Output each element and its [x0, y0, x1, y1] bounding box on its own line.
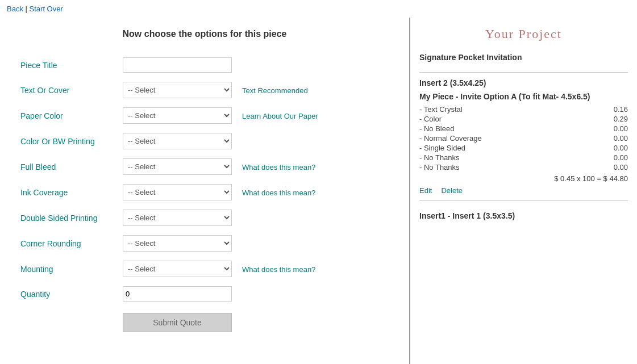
- project-actions: Edit Delete: [419, 186, 628, 195]
- project-title: Your Project: [419, 27, 628, 41]
- page-title: Now choose the options for this piece: [17, 29, 392, 39]
- full-bleed-label: Full Bleed: [17, 154, 119, 179]
- edit-link[interactable]: Edit: [419, 186, 432, 195]
- start-over-link[interactable]: Start Over: [30, 5, 63, 13]
- color-bw-row: Color Or BW Printing -- Select: [17, 128, 392, 154]
- detail-item-1: - Color 0.29: [419, 114, 628, 124]
- full-bleed-link[interactable]: What does this mean?: [242, 163, 315, 171]
- double-sided-row: Double Sided Printing -- Select: [17, 205, 392, 231]
- detail-value-6: 0.00: [614, 163, 628, 171]
- quantity-label: Quantity: [17, 282, 119, 306]
- detail-label-6: - No Thanks: [419, 163, 460, 171]
- detail-value-1: 0.29: [614, 115, 628, 123]
- delete-link[interactable]: Delete: [441, 186, 463, 195]
- detail-value-0: 0.16: [614, 105, 628, 114]
- double-sided-label: Double Sided Printing: [17, 205, 119, 231]
- double-sided-select[interactable]: -- Select: [123, 210, 232, 226]
- insert1-section: Insert1 - Insert 1 (3.5x3.5): [419, 207, 628, 223]
- insert1-title: Insert1 - Insert 1 (3.5x3.5): [419, 207, 628, 223]
- signature-pocket-title: Signature Pocket Invitation: [419, 53, 628, 62]
- detail-label-2: - No Bleed: [419, 124, 454, 133]
- detail-label-0: - Text Crystal: [419, 105, 463, 114]
- submit-row: Submit Quote: [17, 306, 392, 337]
- ink-coverage-row: Ink Coverage -- Select What does this me…: [17, 179, 392, 205]
- text-or-cover-row: Text Or Cover -- Select Text Recommended: [17, 77, 392, 103]
- options-form: Piece Title Text Or Cover -- Select Text…: [17, 53, 392, 337]
- paper-color-row: Paper Color -- Select Learn About Our Pa…: [17, 103, 392, 128]
- detail-item-2: - No Bleed 0.00: [419, 124, 628, 133]
- left-panel: Now choose the options for this piece Pi…: [0, 18, 409, 364]
- detail-value-3: 0.00: [614, 134, 628, 143]
- insert2-title: Insert 2 (3.5x4.25): [419, 78, 628, 87]
- piece-title-row: Piece Title: [17, 53, 392, 77]
- ink-coverage-select[interactable]: -- Select: [123, 184, 232, 200]
- mounting-label: Mounting: [17, 256, 119, 282]
- detail-item-0: - Text Crystal 0.16: [419, 104, 628, 114]
- learn-about-paper-link[interactable]: Learn About Our Paper: [242, 112, 318, 120]
- corner-rounding-select[interactable]: -- Select: [123, 235, 232, 252]
- text-or-cover-label: Text Or Cover: [17, 77, 119, 103]
- submit-quote-button[interactable]: Submit Quote: [123, 313, 232, 332]
- mounting-link[interactable]: What does this mean?: [242, 265, 315, 274]
- top-nav: Back | Start Over: [0, 0, 637, 18]
- detail-item-3: - Normal Coverage 0.00: [419, 133, 628, 143]
- nav-separator: |: [26, 5, 27, 13]
- color-bw-label: Color Or BW Printing: [17, 128, 119, 154]
- detail-item-6: - No Thanks 0.00: [419, 162, 628, 172]
- ink-coverage-label: Ink Coverage: [17, 179, 119, 205]
- piece-title-label: Piece Title: [17, 53, 119, 77]
- detail-value-2: 0.00: [614, 124, 628, 133]
- detail-item-5: - No Thanks 0.00: [419, 153, 628, 162]
- project-section-1: Signature Pocket Invitation: [419, 53, 628, 73]
- paper-color-select[interactable]: -- Select: [123, 107, 232, 124]
- full-bleed-select[interactable]: -- Select: [123, 158, 232, 175]
- quantity-input[interactable]: [123, 286, 232, 302]
- mounting-select[interactable]: -- Select: [123, 261, 232, 277]
- paper-color-label: Paper Color: [17, 103, 119, 128]
- back-link[interactable]: Back: [7, 5, 23, 13]
- insert2-section: Insert 2 (3.5x4.25) My Piece - Invite Op…: [419, 78, 628, 201]
- quantity-row: Quantity: [17, 282, 392, 306]
- detail-label-5: - No Thanks: [419, 153, 460, 162]
- ink-coverage-link[interactable]: What does this mean?: [242, 189, 315, 197]
- right-panel: Your Project Signature Pocket Invitation…: [409, 18, 637, 364]
- detail-value-4: 0.00: [614, 144, 628, 152]
- text-recommended-link[interactable]: Text Recommended: [242, 86, 308, 95]
- text-or-cover-select[interactable]: -- Select: [123, 82, 232, 98]
- detail-label-4: - Single Sided: [419, 144, 465, 152]
- mounting-row: Mounting -- Select What does this mean?: [17, 256, 392, 282]
- corner-rounding-label: Corner Rounding: [17, 231, 119, 256]
- project-pricing: $ 0.45 x 100 = $ 44.80: [419, 174, 628, 183]
- color-bw-select[interactable]: -- Select: [123, 133, 232, 149]
- detail-item-4: - Single Sided 0.00: [419, 143, 628, 153]
- detail-label-3: - Normal Coverage: [419, 134, 482, 143]
- corner-rounding-row: Corner Rounding -- Select: [17, 231, 392, 256]
- my-piece-title: My Piece - Invite Option A (To fit Mat- …: [419, 92, 628, 101]
- detail-value-5: 0.00: [614, 153, 628, 162]
- detail-label-1: - Color: [419, 115, 442, 123]
- piece-title-input[interactable]: [123, 57, 232, 73]
- full-bleed-row: Full Bleed -- Select What does this mean…: [17, 154, 392, 179]
